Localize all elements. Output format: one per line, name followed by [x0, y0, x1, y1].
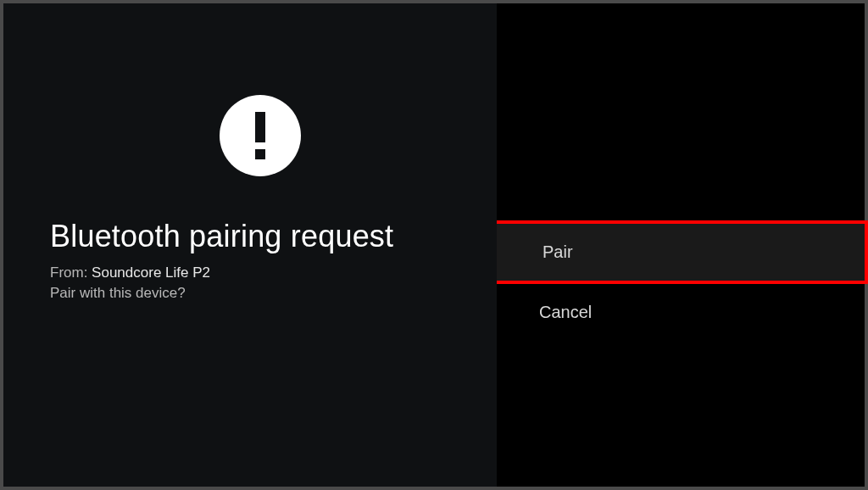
- info-panel: Bluetooth pairing request From: Soundcor…: [3, 3, 497, 487]
- actions-panel: Pair Cancel: [497, 3, 865, 487]
- cancel-button[interactable]: Cancel: [497, 284, 865, 341]
- from-label: From:: [50, 264, 92, 281]
- from-line: From: Soundcore Life P2: [50, 264, 497, 281]
- alert-icon: [220, 95, 301, 176]
- dialog-title: Bluetooth pairing request: [50, 219, 497, 254]
- pair-prompt: Pair with this device?: [50, 285, 497, 302]
- device-name: Soundcore Life P2: [92, 264, 210, 281]
- pair-button[interactable]: Pair: [493, 220, 868, 284]
- pairing-dialog-frame: Bluetooth pairing request From: Soundcor…: [3, 3, 865, 487]
